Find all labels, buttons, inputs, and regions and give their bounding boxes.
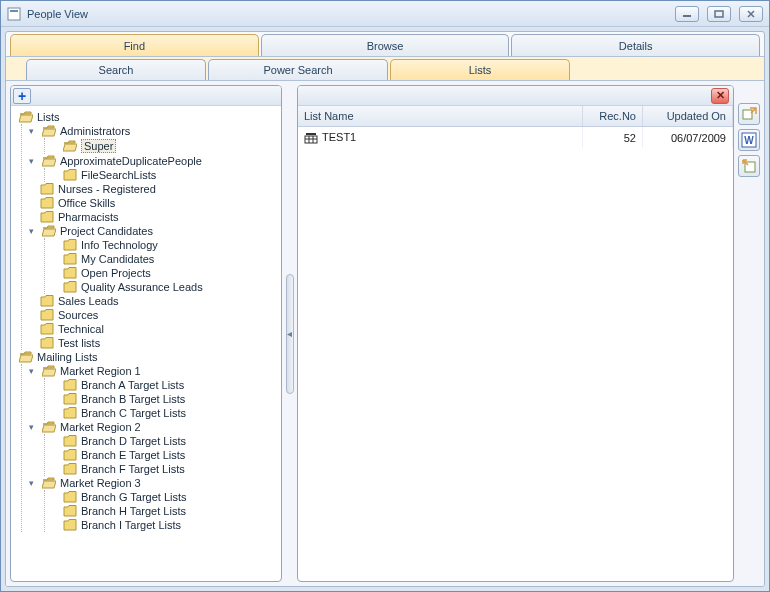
folder-icon	[40, 323, 54, 335]
tree-node[interactable]: Pharmacists	[38, 210, 279, 224]
tree-label: Branch H Target Lists	[81, 505, 186, 517]
tree-label: Pharmacists	[58, 211, 119, 223]
tree-node[interactable]: Nurses - Registered	[38, 182, 279, 196]
tree-label: FileSearchLists	[81, 169, 156, 181]
tree-toolbar: +	[11, 86, 281, 106]
tree-label: Info Technology	[81, 239, 158, 251]
collapse-icon[interactable]: ▾	[26, 126, 36, 136]
app-window: People View FindBrowseDetails SearchPowe…	[0, 0, 770, 592]
folder-open-icon	[42, 125, 56, 137]
tree-node[interactable]: Branch E Target Lists	[61, 448, 279, 462]
tree-node[interactable]: Super	[61, 138, 279, 154]
collapse-icon[interactable]: ▾	[26, 226, 36, 236]
column-header-recno[interactable]: Rec.No	[583, 106, 643, 127]
folder-icon	[63, 393, 77, 405]
tree-label: Sources	[58, 309, 98, 321]
export-button[interactable]	[738, 103, 760, 125]
collapse-icon[interactable]: ▾	[26, 422, 36, 432]
tree-label: Mailing Lists	[37, 351, 98, 363]
tree-label: Administrators	[60, 125, 130, 137]
splitter[interactable]: ◂	[282, 81, 297, 586]
collapse-icon[interactable]: ▾	[26, 478, 36, 488]
tree-node[interactable]: ▾Lists	[15, 110, 279, 124]
tree-label: Branch F Target Lists	[81, 463, 185, 475]
add-button[interactable]: +	[13, 88, 31, 104]
folder-icon	[63, 505, 77, 517]
tree-container[interactable]: ▾Lists▾AdministratorsSuper▾ApproximateDu…	[11, 106, 281, 581]
collapse-icon[interactable]: ▾	[26, 156, 36, 166]
folder-icon	[63, 253, 77, 265]
collapse-icon[interactable]: ▾	[26, 366, 36, 376]
tree-node[interactable]: ▾Project Candidates	[38, 224, 279, 238]
tree-node[interactable]: ▾Market Region 3	[38, 476, 279, 490]
tree-node[interactable]: Info Technology	[61, 238, 279, 252]
window-title: People View	[27, 8, 669, 20]
collapse-icon[interactable]: ▾	[11, 112, 13, 122]
tree-node[interactable]: Technical	[38, 322, 279, 336]
minimize-button[interactable]	[675, 6, 699, 22]
svg-rect-6	[306, 133, 316, 135]
delete-button[interactable]: ✕	[711, 88, 729, 104]
folder-icon	[63, 281, 77, 293]
tree-node[interactable]: Branch A Target Lists	[61, 378, 279, 392]
folder-icon	[63, 463, 77, 475]
svg-rect-1	[10, 10, 18, 12]
tree-node[interactable]: My Candidates	[61, 252, 279, 266]
tab-browse[interactable]: Browse	[261, 34, 510, 56]
tab-details[interactable]: Details	[511, 34, 760, 56]
tree-node[interactable]: ▾Mailing Lists	[15, 350, 279, 364]
tree-node[interactable]: Sales Leads	[38, 294, 279, 308]
folder-icon	[63, 491, 77, 503]
tree-label: Branch E Target Lists	[81, 449, 185, 461]
maximize-button[interactable]	[707, 6, 731, 22]
tree-node[interactable]: Branch F Target Lists	[61, 462, 279, 476]
tree-node[interactable]: Branch C Target Lists	[61, 406, 279, 420]
tree-node[interactable]: Branch G Target Lists	[61, 490, 279, 504]
table-row[interactable]: TEST15206/07/2009	[298, 127, 733, 149]
tree-node[interactable]: Test lists	[38, 336, 279, 350]
tree-label: My Candidates	[81, 253, 154, 265]
tree-label: Office Skills	[58, 197, 115, 209]
column-header-updated[interactable]: Updated On	[643, 106, 733, 127]
import-button[interactable]	[738, 155, 760, 177]
tree-label: Quality Assurance Leads	[81, 281, 203, 293]
tree-node[interactable]: Branch B Target Lists	[61, 392, 279, 406]
tree-node[interactable]: Office Skills	[38, 196, 279, 210]
folder-icon	[63, 435, 77, 447]
tree-node[interactable]: ▾Market Region 2	[38, 420, 279, 434]
tab-search[interactable]: Search	[26, 59, 206, 80]
tab-find[interactable]: Find	[10, 34, 259, 56]
folder-open-icon	[42, 477, 56, 489]
tree-label: Market Region 3	[60, 477, 141, 489]
word-button[interactable]: W	[738, 129, 760, 151]
tree-label: Lists	[37, 111, 60, 123]
collapse-icon[interactable]: ▾	[11, 352, 13, 362]
tree-node[interactable]: ▾ApproximateDuplicatePeople	[38, 154, 279, 168]
folder-open-icon	[42, 225, 56, 237]
tree-node[interactable]: Open Projects	[61, 266, 279, 280]
tree-label: Sales Leads	[58, 295, 119, 307]
tree-node[interactable]: Sources	[38, 308, 279, 322]
tree-node[interactable]: ▾Market Region 1	[38, 364, 279, 378]
folder-icon	[40, 183, 54, 195]
tree-node[interactable]: Branch I Target Lists	[61, 518, 279, 532]
column-header-name[interactable]: List Name	[298, 106, 583, 127]
list-grid[interactable]: List NameRec.NoUpdated On TEST15206/07/2…	[298, 106, 733, 148]
tree-node[interactable]: Quality Assurance Leads	[61, 280, 279, 294]
right-panel: ✕ List NameRec.NoUpdated On TEST15206/07…	[297, 85, 760, 582]
folder-icon	[63, 267, 77, 279]
window-buttons	[675, 6, 763, 22]
svg-rect-11	[743, 110, 752, 119]
splitter-handle[interactable]: ◂	[286, 274, 294, 394]
close-button[interactable]	[739, 6, 763, 22]
tree-label: Branch G Target Lists	[81, 491, 187, 503]
tree-node[interactable]: Branch D Target Lists	[61, 434, 279, 448]
tab-lists[interactable]: Lists	[390, 59, 570, 80]
tree-node[interactable]: Branch H Target Lists	[61, 504, 279, 518]
grid-toolbar: ✕	[298, 86, 733, 106]
tree-node[interactable]: FileSearchLists	[61, 168, 279, 182]
tab-power-search[interactable]: Power Search	[208, 59, 388, 80]
tree-node[interactable]: ▾Administrators	[38, 124, 279, 138]
folder-open-icon	[19, 351, 33, 363]
folder-icon	[63, 379, 77, 391]
